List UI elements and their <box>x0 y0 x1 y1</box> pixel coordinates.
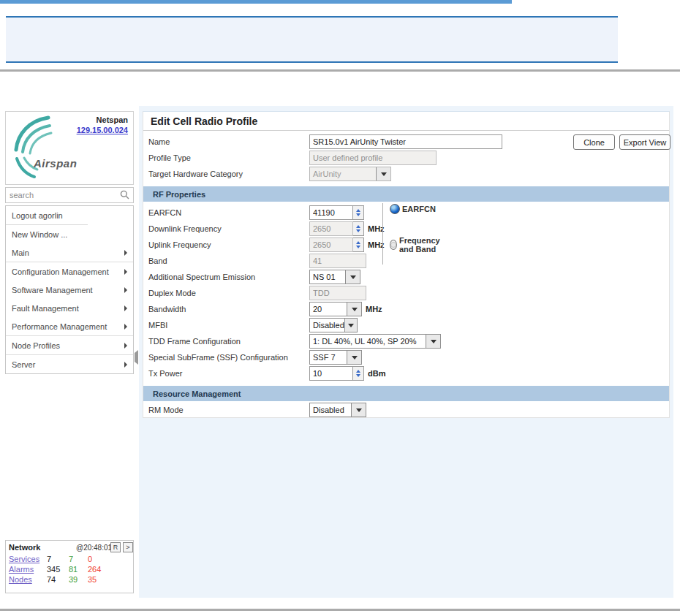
submenu-arrow-icon <box>124 269 127 275</box>
sidebar-item-logout[interactable]: Logout agorlin <box>6 206 133 224</box>
dropdown-arrow-icon <box>344 319 357 332</box>
dropdown-arrow-icon <box>345 270 360 284</box>
nodes-link[interactable]: Nodes <box>9 575 47 584</box>
version-link[interactable]: 129.15.00.024 <box>77 126 128 134</box>
band-label: Band <box>143 256 309 265</box>
top-accent-bar <box>0 0 512 4</box>
ase-label: Additional Spectrum Emission <box>143 273 309 281</box>
resource-management-section-header: Resource Management <box>143 386 669 401</box>
search-box <box>5 187 134 203</box>
earfcn-spinner <box>309 205 364 220</box>
sidebar-item-node-profiles[interactable]: Node Profiles <box>6 336 133 354</box>
network-timestamp: @20:48:01 <box>76 544 112 552</box>
main-panel: Edit Cell Radio Profile Name Clone Expor… <box>139 106 673 598</box>
duplex-mode-row: Duplex Mode <box>143 285 669 301</box>
nodes-total: 74 <box>47 575 69 584</box>
sidebar-menu: Logout agorlin New Window ... Main Confi… <box>5 205 134 374</box>
nodes-ok-count: 39 <box>69 575 88 584</box>
logo-box: Airspan Netspan 129.15.00.024 <box>5 111 134 185</box>
spinner-arrows-icon <box>353 221 364 236</box>
name-input[interactable] <box>309 134 502 149</box>
earfcn-label: EARFCN <box>143 208 309 217</box>
edit-profile-form: Edit Cell Radio Profile Name Clone Expor… <box>143 111 670 418</box>
rm-mode-select[interactable]: Disabled <box>309 403 366 417</box>
frequency-and-band-radio[interactable]: Frequency and Band <box>390 236 443 254</box>
rf-properties-section-header: RF Properties <box>143 186 669 202</box>
name-row: Name Clone Export View <box>143 134 669 150</box>
target-hw-select: AirUnity <box>309 167 391 181</box>
collapse-arrow-icon <box>135 350 138 365</box>
sidebar: Airspan Netspan 129.15.00.024 Logout ago… <box>5 111 134 374</box>
nodes-bad-count: 35 <box>88 575 110 584</box>
submenu-arrow-icon <box>124 343 127 349</box>
duplex-mode-input <box>309 286 366 300</box>
bandwidth-select[interactable]: 20 <box>309 302 362 316</box>
rm-mode-row: RM Mode Disabled <box>143 401 669 419</box>
profile-type-row: Profile Type <box>143 150 669 166</box>
downlink-frequency-spinner <box>309 221 364 236</box>
submenu-arrow-icon <box>124 362 127 368</box>
mfbi-row: MFBI Disabled <box>143 317 669 333</box>
sidebar-item-software-management[interactable]: Software Management <box>6 281 133 299</box>
sidebar-item-performance-management[interactable]: Performance Management <box>6 317 133 335</box>
uplink-frequency-spinner <box>309 237 364 252</box>
band-input <box>309 254 366 268</box>
tdd-frame-label: TDD Frame Configuration <box>143 337 309 346</box>
tx-power-input[interactable] <box>309 366 353 381</box>
airspan-logo-icon <box>7 113 60 182</box>
sidebar-item-configuration-management[interactable]: Configuration Management <box>6 262 133 281</box>
services-total: 7 <box>47 555 69 563</box>
sidebar-item-new-window[interactable]: New Window ... <box>6 225 133 243</box>
spinner-arrows-icon[interactable] <box>353 205 364 220</box>
network-status-panel: Network @20:48:01 R > Services 7 7 0 Ala… <box>5 540 134 593</box>
ssf-label: Special SubFrame (SSF) Configuration <box>143 353 309 362</box>
search-icon <box>120 190 129 201</box>
sidebar-item-fault-management[interactable]: Fault Management <box>6 299 133 317</box>
services-link[interactable]: Services <box>9 555 47 563</box>
spinner-arrows-icon[interactable] <box>353 366 364 381</box>
notice-box <box>6 16 618 63</box>
export-view-button[interactable]: Export View <box>619 134 670 150</box>
expand-button[interactable]: > <box>123 542 133 552</box>
top-divider-line <box>0 69 680 72</box>
band-row: Band <box>143 253 669 269</box>
ssf-select[interactable]: SSF 7 <box>309 350 362 365</box>
submenu-arrow-icon <box>124 305 127 311</box>
bandwidth-label: Bandwidth <box>143 305 309 313</box>
search-input[interactable] <box>10 191 120 199</box>
earfcn-radio[interactable]: EARFCN <box>390 204 436 214</box>
rf-properties-body: EARFCN Frequency and Band EARFCN Downlin… <box>143 202 669 381</box>
ssf-configuration-row: Special SubFrame (SSF) Configuration SSF… <box>143 349 669 365</box>
clone-button[interactable]: Clone <box>573 134 615 150</box>
dropdown-arrow-icon <box>351 403 366 417</box>
mfbi-select[interactable]: Disabled <box>309 318 358 332</box>
bottom-divider-line <box>0 609 680 611</box>
services-bad-count: 0 <box>88 555 110 563</box>
network-panel-title: Network <box>9 543 40 552</box>
tx-power-label: Tx Power <box>143 369 309 378</box>
ase-select[interactable]: NS 01 <box>309 270 360 284</box>
spinner-arrows-icon <box>353 237 364 252</box>
refresh-button[interactable]: R <box>110 542 121 552</box>
alarms-link[interactable]: Alarms <box>9 565 47 574</box>
radio-unselected-icon <box>390 240 397 250</box>
downlink-frequency-input <box>309 221 353 236</box>
network-row-alarms: Alarms 345 81 264 <box>6 564 133 574</box>
alarms-total: 345 <box>47 565 69 574</box>
services-ok-count: 7 <box>69 555 88 563</box>
network-panel-header: Network @20:48:01 R > <box>6 541 133 554</box>
tx-power-row: Tx Power dBm <box>143 365 669 381</box>
radio-selected-icon <box>390 204 400 214</box>
additional-spectrum-emission-row: Additional Spectrum Emission NS 01 <box>143 269 669 285</box>
tdd-frame-select[interactable]: 1: DL 40%, UL 40%, SP 20% <box>309 334 441 349</box>
uplink-frequency-input <box>309 237 353 252</box>
tx-power-spinner <box>309 366 364 381</box>
submenu-arrow-icon <box>124 250 127 256</box>
earfcn-input[interactable] <box>309 205 353 220</box>
target-hw-row: Target Hardware Category AirUnity <box>143 166 669 182</box>
submenu-arrow-icon <box>124 324 127 330</box>
alarms-bad-count: 264 <box>88 565 110 574</box>
sidebar-item-server[interactable]: Server <box>6 355 133 373</box>
sidebar-item-main[interactable]: Main <box>6 243 133 262</box>
downlink-frequency-label: Downlink Frequency <box>143 224 309 233</box>
